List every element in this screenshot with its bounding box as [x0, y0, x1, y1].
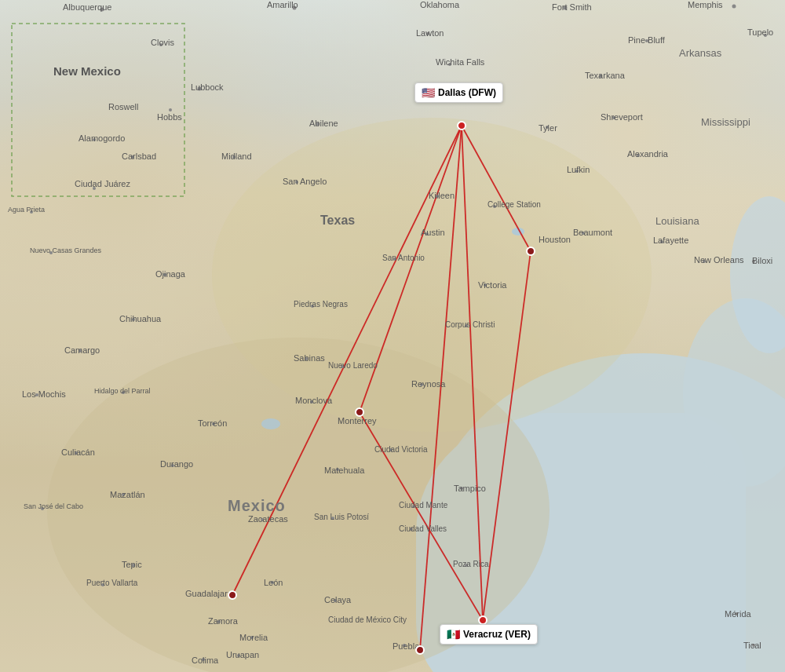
- guadalajara-airport-marker: [228, 590, 237, 600]
- dallas-airport-label: 🇺🇸 Dallas (DFW): [414, 82, 503, 103]
- dallas-airport-marker: [457, 121, 466, 130]
- puebla-airport-marker: [415, 645, 425, 655]
- veracruz-label-text: Veracruz (VER): [463, 629, 531, 640]
- map-container: Albuquerque Amarillo Oklahoma Fort Smith…: [0, 0, 785, 672]
- veracruz-airport-label: 🇲🇽 Veracruz (VER): [440, 624, 538, 645]
- dallas-flag: 🇺🇸: [422, 86, 435, 99]
- dallas-label-text: Dallas (DFW): [438, 87, 496, 98]
- houston-airport-marker: [526, 247, 535, 256]
- monterrey-airport-marker: [355, 407, 364, 417]
- veracruz-flag: 🇲🇽: [447, 628, 460, 641]
